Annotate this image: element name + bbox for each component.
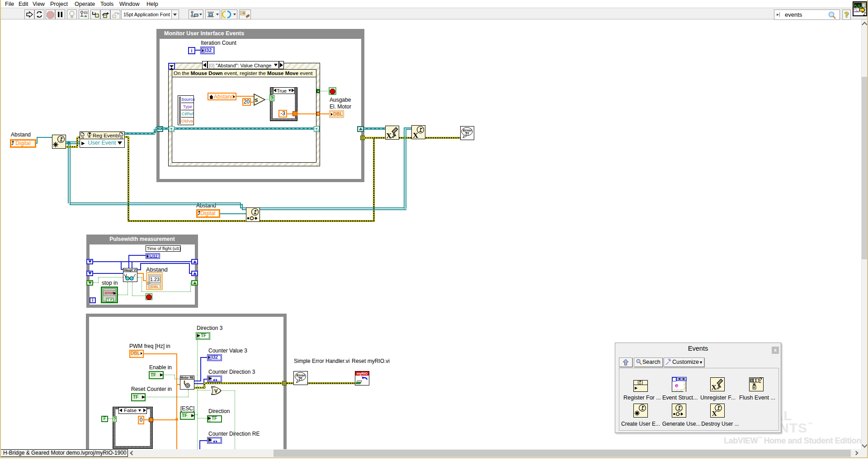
svg-text:X: X [386, 132, 392, 139]
svg-text:≤: ≤ [255, 97, 258, 103]
svg-text:V: V [214, 388, 218, 394]
svg-text:X: X [712, 409, 717, 417]
svg-text:?!: ?! [465, 132, 469, 136]
svg-text:X: X [711, 383, 716, 390]
svg-text:X: X [413, 131, 419, 139]
svg-text:?!: ?! [298, 376, 302, 381]
